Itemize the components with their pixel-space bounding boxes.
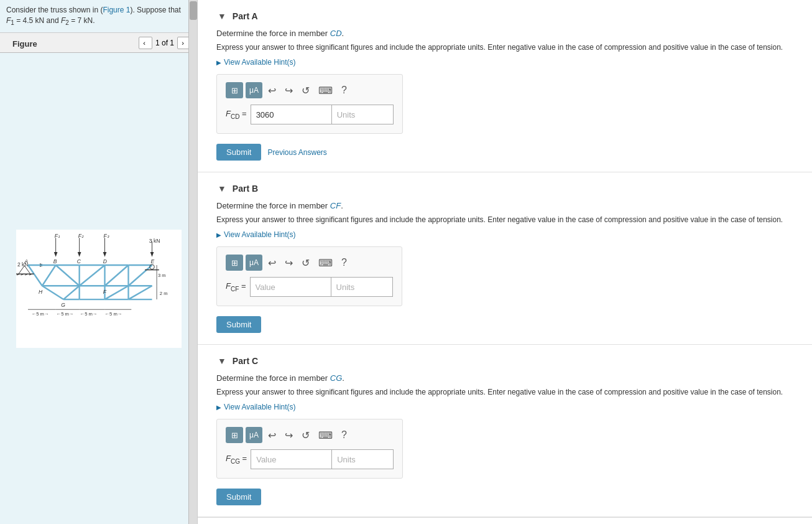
part-a-keyboard-btn[interactable]: ⌨ bbox=[315, 82, 336, 98]
part-c-submit-btn[interactable]: Submit bbox=[216, 489, 261, 505]
part-b-undo-btn[interactable]: ↩ bbox=[265, 255, 279, 271]
part-b-refresh-btn[interactable]: ↺ bbox=[298, 255, 313, 271]
part-c-determine: Determine the force in member CG. bbox=[216, 373, 793, 383]
svg-text:F₂: F₂ bbox=[78, 233, 83, 239]
part-b-help-btn[interactable]: ? bbox=[338, 255, 350, 271]
part-c-toolbar: ⊞ μA ↩ ↪ ↺ ⌨ ? bbox=[226, 427, 394, 443]
part-a-member: CD bbox=[330, 29, 342, 38]
part-b-collapse-btn[interactable]: ▼ bbox=[216, 184, 228, 194]
part-c-express: Express your answer to three significant… bbox=[216, 386, 793, 398]
part-b-submit-btn[interactable]: Submit bbox=[216, 316, 261, 333]
part-b-redo-btn[interactable]: ↪ bbox=[282, 255, 296, 271]
part-c-redo-btn[interactable]: ↪ bbox=[282, 427, 296, 443]
truss-figure: F₁ F₂ F₃ 3 kN 2 kN bbox=[15, 230, 183, 348]
part-a-determine: Determine the force in member CD. bbox=[216, 29, 793, 38]
part-b-format-btn[interactable]: ⊞ bbox=[226, 255, 243, 271]
svg-text:3 kN: 3 kN bbox=[149, 237, 160, 243]
hint-b-arrow-icon: ▶ bbox=[216, 232, 221, 238]
part-c-refresh-btn[interactable]: ↺ bbox=[298, 427, 313, 443]
svg-text:F: F bbox=[103, 288, 106, 294]
part-a-prev-answers-link[interactable]: Previous Answers bbox=[267, 148, 326, 157]
part-a-answer-box: ⊞ μA ↩ ↪ ↺ ⌨ ? FCD = bbox=[216, 74, 403, 134]
svg-text:←5 m→: ←5 m→ bbox=[31, 311, 48, 316]
part-a-field-label: FCD = bbox=[226, 109, 247, 120]
part-b-value-input[interactable] bbox=[250, 277, 331, 297]
part-a-mu-btn[interactable]: μA bbox=[246, 82, 262, 98]
part-c-title: Part C bbox=[233, 356, 258, 366]
part-a-undo-btn[interactable]: ↩ bbox=[265, 82, 279, 98]
hint-arrow-icon: ▶ bbox=[216, 59, 221, 66]
part-a-hint-text: View Available Hint(s) bbox=[224, 58, 296, 67]
part-b-keyboard-btn[interactable]: ⌨ bbox=[315, 255, 336, 271]
svg-text:H: H bbox=[39, 288, 43, 294]
part-a-hint-link[interactable]: ▶ View Available Hint(s) bbox=[216, 58, 793, 67]
svg-text:2 m: 2 m bbox=[159, 290, 167, 296]
part-b-field-label: FCF = bbox=[226, 281, 246, 292]
part-a-help-btn[interactable]: ? bbox=[338, 82, 350, 98]
part-c-format-btn[interactable]: ⊞ bbox=[226, 427, 243, 443]
part-a-format-btn[interactable]: ⊞ bbox=[226, 82, 243, 98]
part-a-title: Part A bbox=[233, 11, 258, 21]
problem-text: Consider the truss shown in (Figure 1). … bbox=[0, 0, 197, 33]
svg-text:←5 m→: ←5 m→ bbox=[56, 311, 73, 316]
svg-text:F₁: F₁ bbox=[54, 233, 60, 239]
part-a-toolbar: ⊞ μA ↩ ↪ ↺ ⌨ ? bbox=[226, 82, 394, 98]
part-c-collapse-btn[interactable]: ▼ bbox=[216, 356, 228, 366]
part-b-mu-btn[interactable]: μA bbox=[246, 255, 262, 271]
part-c-undo-btn[interactable]: ↩ bbox=[265, 427, 279, 443]
svg-text:3 m: 3 m bbox=[158, 273, 166, 278]
part-b-units-input[interactable] bbox=[331, 277, 393, 297]
part-b-express: Express your answer to three significant… bbox=[216, 214, 793, 225]
part-a-submit-btn[interactable]: Submit bbox=[216, 144, 261, 161]
svg-text:E: E bbox=[150, 258, 154, 264]
part-c-mu-btn[interactable]: μA bbox=[246, 427, 262, 443]
part-a-section: ▼ Part A Determine the force in member C… bbox=[198, 0, 812, 172]
part-b-toolbar: ⊞ μA ↩ ↪ ↺ ⌨ ? bbox=[226, 255, 393, 271]
part-c-action-row: Submit bbox=[216, 489, 793, 505]
part-c-units-input[interactable] bbox=[331, 449, 394, 469]
part-c-value-input[interactable] bbox=[251, 449, 331, 469]
part-c-section: ▼ Part C Determine the force in member C… bbox=[198, 345, 812, 517]
part-b-section: ▼ Part B Determine the force in member C… bbox=[198, 172, 812, 345]
svg-text:←5 m→: ←5 m→ bbox=[80, 311, 97, 316]
svg-text:B: B bbox=[53, 258, 57, 264]
svg-text:G: G bbox=[61, 301, 65, 307]
right-panel: ▼ Part A Determine the force in member C… bbox=[198, 0, 812, 524]
part-b-hint-text: View Available Hint(s) bbox=[224, 230, 296, 239]
part-b-answer-box: ⊞ μA ↩ ↪ ↺ ⌨ ? FCF = bbox=[216, 246, 402, 306]
part-b-title: Part B bbox=[233, 184, 258, 194]
figure-page: 1 of 1 bbox=[155, 39, 174, 47]
part-c-answer-box: ⊞ μA ↩ ↪ ↺ ⌨ ? FCG = bbox=[216, 419, 403, 479]
part-a-input-row: FCD = bbox=[226, 105, 394, 124]
figure-area: F₁ F₂ F₃ 3 kN 2 kN bbox=[0, 53, 197, 524]
figure-prev-btn[interactable]: ‹ bbox=[139, 37, 152, 49]
hint-c-arrow-icon: ▶ bbox=[216, 404, 221, 411]
part-a-express: Express your answer to three significant… bbox=[216, 42, 793, 53]
left-panel: Consider the truss shown in (Figure 1). … bbox=[0, 0, 198, 524]
part-c-input-row: FCG = bbox=[226, 449, 394, 469]
part-a-redo-btn[interactable]: ↪ bbox=[282, 82, 296, 98]
part-c-hint-link[interactable]: ▶ View Available Hint(s) bbox=[216, 403, 793, 411]
bottom-bar: ◄ Return to Assignment Provide Feedback bbox=[198, 517, 812, 524]
svg-text:A: A bbox=[24, 258, 28, 264]
scrollbar[interactable] bbox=[188, 0, 197, 524]
svg-text:←5 m→: ←5 m→ bbox=[104, 311, 122, 316]
figure-label: Figure bbox=[6, 35, 139, 50]
svg-text:D: D bbox=[103, 258, 106, 264]
svg-text:C: C bbox=[76, 258, 81, 264]
part-c-keyboard-btn[interactable]: ⌨ bbox=[315, 427, 336, 443]
part-c-hint-text: View Available Hint(s) bbox=[224, 403, 296, 411]
part-c-help-btn[interactable]: ? bbox=[338, 427, 350, 443]
part-a-collapse-btn[interactable]: ▼ bbox=[216, 11, 228, 21]
part-a-refresh-btn[interactable]: ↺ bbox=[298, 82, 313, 98]
part-b-determine: Determine the force in member CF. bbox=[216, 201, 793, 210]
part-b-member: CF bbox=[330, 201, 341, 210]
part-b-hint-link[interactable]: ▶ View Available Hint(s) bbox=[216, 230, 793, 239]
part-a-value-input[interactable] bbox=[251, 105, 331, 124]
svg-text:F₃: F₃ bbox=[103, 233, 109, 239]
figure-link[interactable]: Figure 1 bbox=[103, 6, 130, 14]
part-a-units-input[interactable] bbox=[331, 105, 394, 124]
part-c-field-label: FCG = bbox=[226, 454, 247, 465]
part-b-action-row: Submit bbox=[216, 316, 793, 333]
part-b-input-row: FCF = bbox=[226, 277, 393, 297]
